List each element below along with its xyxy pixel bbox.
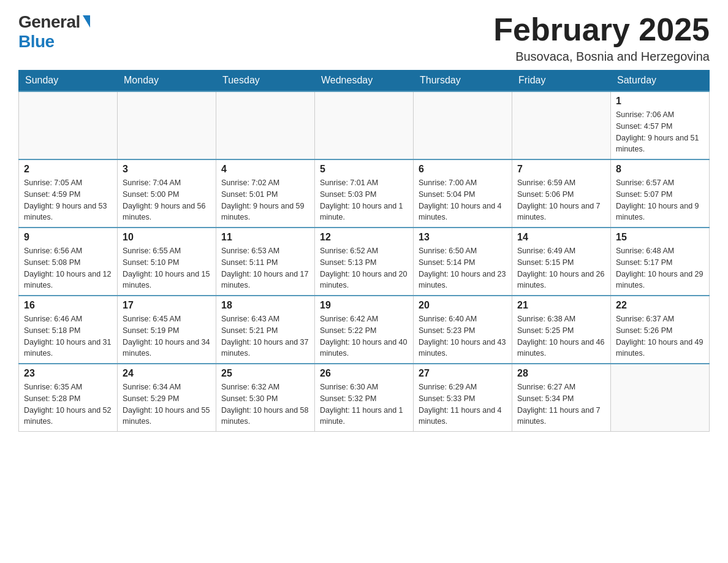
weekday-header-wednesday: Wednesday [315, 70, 414, 91]
day-info: Sunrise: 6:35 AM Sunset: 5:28 PM Dayligh… [24, 381, 112, 427]
day-info: Sunrise: 7:04 AM Sunset: 5:00 PM Dayligh… [123, 177, 211, 223]
calendar-cell: 14Sunrise: 6:49 AM Sunset: 5:15 PM Dayli… [512, 228, 611, 296]
day-info: Sunrise: 7:05 AM Sunset: 4:59 PM Dayligh… [24, 177, 112, 223]
day-info: Sunrise: 6:42 AM Sunset: 5:22 PM Dayligh… [320, 313, 408, 359]
day-number: 1 [616, 96, 704, 107]
calendar-week-row: 2Sunrise: 7:05 AM Sunset: 4:59 PM Daylig… [19, 159, 710, 228]
weekday-header-tuesday: Tuesday [216, 70, 315, 91]
calendar-cell: 13Sunrise: 6:50 AM Sunset: 5:14 PM Dayli… [414, 228, 512, 296]
calendar-cell: 25Sunrise: 6:32 AM Sunset: 5:30 PM Dayli… [216, 364, 315, 432]
day-info: Sunrise: 6:48 AM Sunset: 5:17 PM Dayligh… [616, 245, 704, 291]
day-info: Sunrise: 6:55 AM Sunset: 5:10 PM Dayligh… [123, 245, 211, 291]
day-info: Sunrise: 6:53 AM Sunset: 5:11 PM Dayligh… [221, 245, 309, 291]
calendar-week-row: 1Sunrise: 7:06 AM Sunset: 4:57 PM Daylig… [19, 91, 710, 159]
logo-triangle-icon [83, 15, 90, 28]
day-info: Sunrise: 7:06 AM Sunset: 4:57 PM Dayligh… [616, 109, 704, 155]
day-number: 10 [123, 232, 211, 243]
day-info: Sunrise: 6:32 AM Sunset: 5:30 PM Dayligh… [221, 381, 309, 427]
weekday-header-thursday: Thursday [414, 70, 512, 91]
day-info: Sunrise: 6:46 AM Sunset: 5:18 PM Dayligh… [24, 313, 112, 359]
day-number: 26 [320, 368, 408, 379]
calendar-cell: 4Sunrise: 7:02 AM Sunset: 5:01 PM Daylig… [216, 159, 315, 228]
day-number: 8 [616, 164, 704, 175]
day-number: 9 [24, 232, 112, 243]
calendar-week-row: 16Sunrise: 6:46 AM Sunset: 5:18 PM Dayli… [19, 296, 710, 364]
calendar-subtitle: Busovaca, Bosnia and Herzegovina [493, 50, 710, 64]
calendar-cell [19, 91, 118, 159]
day-number: 22 [616, 300, 704, 311]
calendar-cell: 10Sunrise: 6:55 AM Sunset: 5:10 PM Dayli… [118, 228, 216, 296]
calendar-table: SundayMondayTuesdayWednesdayThursdayFrid… [18, 70, 710, 432]
page-header: General Blue February 2025 Busovaca, Bos… [18, 12, 710, 64]
logo: General Blue [18, 12, 90, 52]
day-info: Sunrise: 6:34 AM Sunset: 5:29 PM Dayligh… [123, 381, 211, 427]
calendar-cell: 21Sunrise: 6:38 AM Sunset: 5:25 PM Dayli… [512, 296, 611, 364]
day-info: Sunrise: 6:29 AM Sunset: 5:33 PM Dayligh… [419, 381, 507, 427]
calendar-cell: 1Sunrise: 7:06 AM Sunset: 4:57 PM Daylig… [611, 91, 710, 159]
weekday-header-friday: Friday [512, 70, 611, 91]
calendar-cell [512, 91, 611, 159]
calendar-cell [118, 91, 216, 159]
day-number: 28 [517, 368, 605, 379]
weekday-header-monday: Monday [118, 70, 216, 91]
calendar-cell: 20Sunrise: 6:40 AM Sunset: 5:23 PM Dayli… [414, 296, 512, 364]
day-number: 21 [517, 300, 605, 311]
calendar-title: February 2025 [493, 12, 710, 47]
day-number: 20 [419, 300, 507, 311]
calendar-cell: 9Sunrise: 6:56 AM Sunset: 5:08 PM Daylig… [19, 228, 118, 296]
calendar-cell: 5Sunrise: 7:01 AM Sunset: 5:03 PM Daylig… [315, 159, 414, 228]
title-block: February 2025 Busovaca, Bosnia and Herze… [493, 12, 710, 64]
calendar-cell [414, 91, 512, 159]
calendar-cell [216, 91, 315, 159]
calendar-cell: 18Sunrise: 6:43 AM Sunset: 5:21 PM Dayli… [216, 296, 315, 364]
calendar-cell: 15Sunrise: 6:48 AM Sunset: 5:17 PM Dayli… [611, 228, 710, 296]
day-number: 18 [221, 300, 309, 311]
day-info: Sunrise: 6:52 AM Sunset: 5:13 PM Dayligh… [320, 245, 408, 291]
day-number: 15 [616, 232, 704, 243]
day-info: Sunrise: 6:56 AM Sunset: 5:08 PM Dayligh… [24, 245, 112, 291]
calendar-cell: 19Sunrise: 6:42 AM Sunset: 5:22 PM Dayli… [315, 296, 414, 364]
day-info: Sunrise: 6:37 AM Sunset: 5:26 PM Dayligh… [616, 313, 704, 359]
day-number: 3 [123, 164, 211, 175]
weekday-header-row: SundayMondayTuesdayWednesdayThursdayFrid… [19, 70, 710, 91]
calendar-cell: 8Sunrise: 6:57 AM Sunset: 5:07 PM Daylig… [611, 159, 710, 228]
calendar-cell: 26Sunrise: 6:30 AM Sunset: 5:32 PM Dayli… [315, 364, 414, 432]
day-info: Sunrise: 6:27 AM Sunset: 5:34 PM Dayligh… [517, 381, 605, 427]
day-number: 14 [517, 232, 605, 243]
weekday-header-sunday: Sunday [19, 70, 118, 91]
day-number: 23 [24, 368, 112, 379]
day-info: Sunrise: 6:59 AM Sunset: 5:06 PM Dayligh… [517, 177, 605, 223]
day-number: 19 [320, 300, 408, 311]
calendar-cell: 24Sunrise: 6:34 AM Sunset: 5:29 PM Dayli… [118, 364, 216, 432]
calendar-cell: 12Sunrise: 6:52 AM Sunset: 5:13 PM Dayli… [315, 228, 414, 296]
calendar-cell: 3Sunrise: 7:04 AM Sunset: 5:00 PM Daylig… [118, 159, 216, 228]
calendar-cell: 27Sunrise: 6:29 AM Sunset: 5:33 PM Dayli… [414, 364, 512, 432]
calendar-cell [611, 364, 710, 432]
weekday-header-saturday: Saturday [611, 70, 710, 91]
calendar-cell: 23Sunrise: 6:35 AM Sunset: 5:28 PM Dayli… [19, 364, 118, 432]
day-number: 12 [320, 232, 408, 243]
day-number: 2 [24, 164, 112, 175]
day-info: Sunrise: 7:01 AM Sunset: 5:03 PM Dayligh… [320, 177, 408, 223]
calendar-cell: 17Sunrise: 6:45 AM Sunset: 5:19 PM Dayli… [118, 296, 216, 364]
calendar-cell: 2Sunrise: 7:05 AM Sunset: 4:59 PM Daylig… [19, 159, 118, 228]
calendar-cell: 7Sunrise: 6:59 AM Sunset: 5:06 PM Daylig… [512, 159, 611, 228]
day-info: Sunrise: 6:45 AM Sunset: 5:19 PM Dayligh… [123, 313, 211, 359]
day-number: 27 [419, 368, 507, 379]
calendar-cell: 28Sunrise: 6:27 AM Sunset: 5:34 PM Dayli… [512, 364, 611, 432]
day-number: 25 [221, 368, 309, 379]
day-info: Sunrise: 7:00 AM Sunset: 5:04 PM Dayligh… [419, 177, 507, 223]
day-info: Sunrise: 6:43 AM Sunset: 5:21 PM Dayligh… [221, 313, 309, 359]
logo-general: General [18, 12, 80, 32]
day-info: Sunrise: 6:50 AM Sunset: 5:14 PM Dayligh… [419, 245, 507, 291]
calendar-cell: 6Sunrise: 7:00 AM Sunset: 5:04 PM Daylig… [414, 159, 512, 228]
day-number: 16 [24, 300, 112, 311]
day-info: Sunrise: 6:30 AM Sunset: 5:32 PM Dayligh… [320, 381, 408, 427]
calendar-week-row: 9Sunrise: 6:56 AM Sunset: 5:08 PM Daylig… [19, 228, 710, 296]
day-number: 4 [221, 164, 309, 175]
logo-blue: Blue [18, 32, 55, 52]
day-number: 5 [320, 164, 408, 175]
day-number: 11 [221, 232, 309, 243]
day-number: 6 [419, 164, 507, 175]
day-info: Sunrise: 6:49 AM Sunset: 5:15 PM Dayligh… [517, 245, 605, 291]
